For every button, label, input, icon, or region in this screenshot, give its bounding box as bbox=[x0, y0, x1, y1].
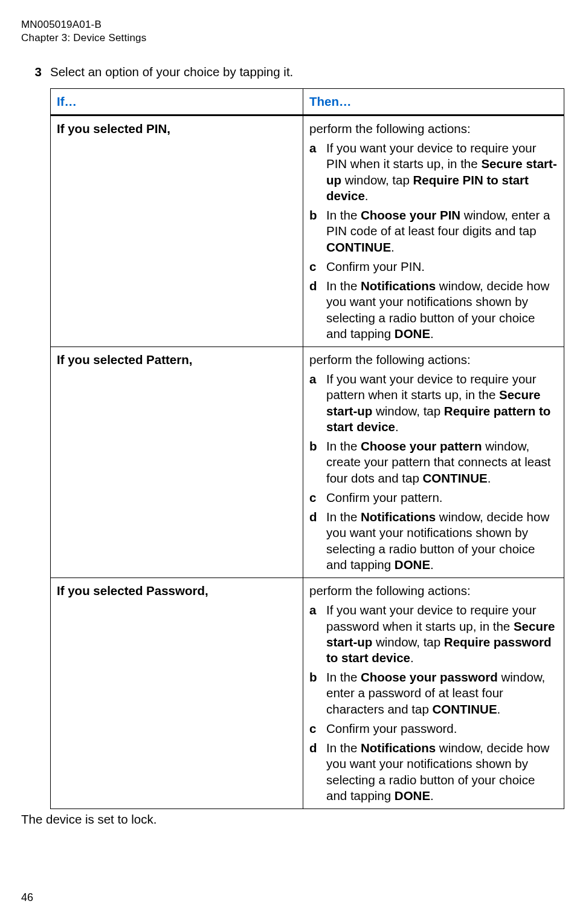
substep-marker: d bbox=[309, 740, 326, 756]
substep: d In the Notifications window, decide ho… bbox=[309, 509, 559, 573]
page: MN005019A01-B Chapter 3: Device Settings… bbox=[0, 0, 574, 924]
lead-text: perform the following actions: bbox=[309, 352, 559, 368]
substep-body: If you want your device to require your … bbox=[326, 602, 559, 666]
substep-marker: a bbox=[309, 602, 326, 618]
if-cell: If you selected PIN, bbox=[51, 115, 303, 346]
if-cell: If you selected Pattern, bbox=[51, 347, 303, 578]
page-number: 46 bbox=[21, 891, 33, 905]
table-row: If you selected Password, perform the fo… bbox=[51, 578, 564, 809]
substep: c Confirm your password. bbox=[309, 721, 559, 737]
substep: d In the Notifications window, decide ho… bbox=[309, 740, 559, 804]
substep: c Confirm your pattern. bbox=[309, 490, 559, 506]
step-text: Select an option of your choice by tappi… bbox=[50, 64, 553, 80]
substep: a If you want your device to require you… bbox=[309, 602, 559, 666]
substep-marker: b bbox=[309, 207, 326, 223]
substep-marker: d bbox=[309, 278, 326, 294]
doc-id: MN005019A01-B bbox=[21, 18, 553, 31]
substep-marker: d bbox=[309, 509, 326, 525]
lead-text: perform the following actions: bbox=[309, 583, 559, 599]
substep-body: In the Choose your PIN window, enter a P… bbox=[326, 207, 559, 255]
substep: b In the Choose your password window, en… bbox=[309, 669, 559, 717]
substep: b In the Choose your pattern window, cre… bbox=[309, 438, 559, 486]
closing-text: The device is set to lock. bbox=[21, 812, 553, 827]
table-header-if: If… bbox=[51, 88, 303, 115]
substeps: a If you want your device to require you… bbox=[309, 140, 559, 342]
substeps: a If you want your device to require you… bbox=[309, 371, 559, 573]
substep-body: In the Notifications window, decide how … bbox=[326, 740, 559, 804]
substep-body: Confirm your PIN. bbox=[326, 259, 559, 275]
substep-body: If you want your device to require your … bbox=[326, 140, 559, 204]
step-3: 3 Select an option of your choice by tap… bbox=[21, 64, 553, 80]
then-cell: perform the following actions: a If you … bbox=[303, 347, 564, 578]
substep-marker: b bbox=[309, 438, 326, 454]
substeps: a If you want your device to require you… bbox=[309, 602, 559, 804]
lead-text: perform the following actions: bbox=[309, 121, 559, 137]
substep: c Confirm your PIN. bbox=[309, 259, 559, 275]
substep: a If you want your device to require you… bbox=[309, 140, 559, 204]
substep-body: Confirm your pattern. bbox=[326, 490, 559, 506]
substep-marker: a bbox=[309, 371, 326, 387]
then-cell: perform the following actions: a If you … bbox=[303, 115, 564, 346]
substep: b In the Choose your PIN window, enter a… bbox=[309, 207, 559, 255]
substep-marker: b bbox=[309, 669, 326, 685]
substep-marker: c bbox=[309, 490, 326, 506]
table-header-then: Then… bbox=[303, 88, 564, 115]
substep-body: In the Choose your pattern window, creat… bbox=[326, 438, 559, 486]
substep-body: In the Choose your password window, ente… bbox=[326, 669, 559, 717]
substep-body: In the Notifications window, decide how … bbox=[326, 509, 559, 573]
chapter-title: Chapter 3: Device Settings bbox=[21, 31, 553, 45]
step-number: 3 bbox=[21, 64, 50, 80]
substep-marker: a bbox=[309, 140, 326, 156]
table-row: If you selected PIN, perform the followi… bbox=[51, 115, 564, 346]
substep-body: Confirm your password. bbox=[326, 721, 559, 737]
substep-body: In the Notifications window, decide how … bbox=[326, 278, 559, 342]
table-row: If you selected Pattern, perform the fol… bbox=[51, 347, 564, 578]
if-cell: If you selected Password, bbox=[51, 578, 303, 809]
substep: a If you want your device to require you… bbox=[309, 371, 559, 435]
substep-body: If you want your device to require your … bbox=[326, 371, 559, 435]
substep-marker: c bbox=[309, 259, 326, 275]
then-cell: perform the following actions: a If you … bbox=[303, 578, 564, 809]
substep: d In the Notifications window, decide ho… bbox=[309, 278, 559, 342]
if-then-table: If… Then… If you selected PIN, perform t… bbox=[50, 88, 564, 809]
substep-marker: c bbox=[309, 721, 326, 737]
